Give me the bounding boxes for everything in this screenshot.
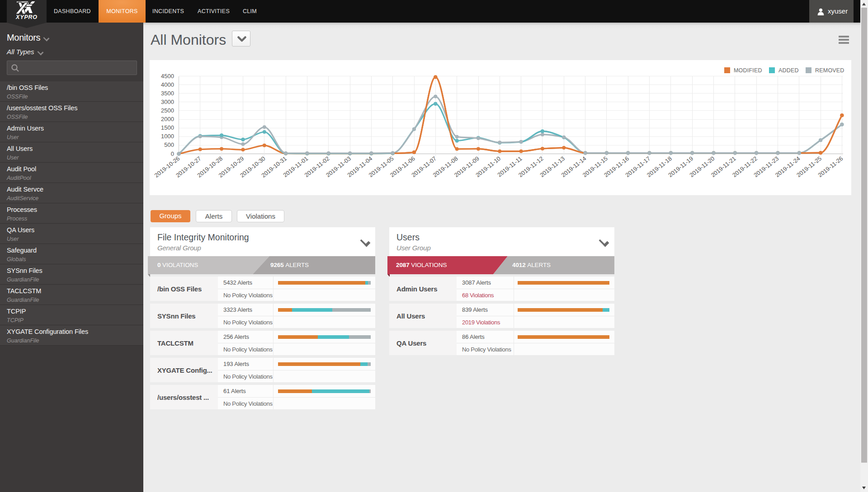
svg-text:1500: 1500 [161, 124, 174, 131]
svg-text:XYPRO: XYPRO [15, 14, 38, 20]
svg-text:4000: 4000 [161, 81, 174, 88]
svg-text:0: 0 [171, 150, 174, 157]
svg-text:500: 500 [164, 141, 174, 148]
svg-text:3000: 3000 [161, 98, 174, 105]
svg-text:2500: 2500 [161, 107, 174, 114]
svg-text:2000: 2000 [161, 116, 174, 122]
svg-text:3500: 3500 [161, 90, 174, 97]
svg-text:1000: 1000 [161, 133, 174, 140]
svg-text:4500: 4500 [161, 73, 174, 80]
